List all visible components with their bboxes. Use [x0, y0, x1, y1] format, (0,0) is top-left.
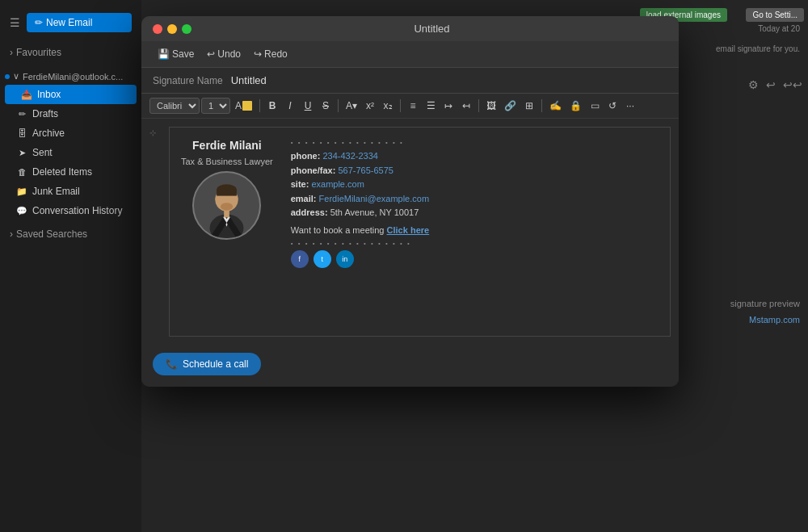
sidebar: ☰ ✏ New Email › Favourites ∨ FerdieMilan… — [0, 0, 141, 532]
saved-searches-header[interactable]: › Saved Searches — [0, 225, 141, 243]
meeting-line: Want to book a meeting Click here — [291, 225, 659, 235]
schedule-call-button[interactable]: 📞 Schedule a call — [153, 353, 261, 375]
fax-link[interactable]: 567-765-6575 — [338, 165, 393, 175]
image-button[interactable]: 🖼 — [483, 98, 499, 113]
svg-rect-5 — [217, 190, 237, 196]
maximize-button[interactable] — [182, 24, 191, 34]
move-handle[interactable]: ⊹ — [149, 127, 161, 337]
outdent-button[interactable]: ↤ — [458, 98, 474, 113]
format-toolbar: Calibri 11 A B I U S A▾ x² x₂ ≡ ☰ ↦ ↤ 🖼 … — [141, 94, 679, 119]
undo-icon: ↩ — [207, 48, 215, 60]
separator-3 — [400, 99, 401, 112]
trash-icon: 🗑 — [16, 167, 27, 177]
signature-left-panel: Ferdie Milani Tax & Business Lawyer — [181, 139, 273, 325]
save-icon: 💾 — [158, 48, 170, 60]
dots-bottom: • • • • • • • • • • • • • • • • • — [291, 240, 659, 247]
separator-4 — [478, 99, 479, 112]
font-color-button[interactable]: A — [232, 98, 255, 113]
top-icons: ⚙ ↩ ↩↩ — [747, 77, 804, 93]
chevron-right-saved-icon: › — [10, 228, 13, 240]
modal-toolbar: 💾 Save ↩ Undo ↪ Redo — [141, 41, 679, 68]
signature-name-row: Signature Name — [141, 68, 679, 94]
address-line: address: 5th Avenue, NY 10017 — [291, 206, 659, 220]
modal-content: ⊹ Ferdie Milani Tax & Business Lawyer — [141, 119, 679, 345]
phone-icon: 📞 — [166, 358, 178, 370]
drafts-icon: ✏ — [16, 109, 27, 119]
sidebar-item-deleted[interactable]: 🗑 Deleted Items — [0, 162, 141, 182]
sidebar-item-conversation[interactable]: 💬 Conversation History — [0, 201, 141, 220]
linkedin-button[interactable]: in — [336, 250, 354, 268]
sidebar-item-archive[interactable]: 🗄 Archive — [0, 124, 141, 143]
chevron-down-icon: ∨ — [13, 71, 19, 82]
account-header[interactable]: ∨ FerdieMilani@outlook.c... — [0, 68, 141, 85]
subscript-button[interactable]: x₂ — [380, 98, 396, 113]
text-box-button[interactable]: ▭ — [587, 98, 603, 113]
link-button[interactable]: 🔗 — [501, 98, 520, 113]
lock-button[interactable]: 🔒 — [566, 98, 585, 113]
font-size-selector[interactable]: 11 — [201, 98, 230, 114]
color-swatch — [242, 101, 252, 111]
facebook-button[interactable]: f — [291, 250, 309, 268]
indent-button[interactable]: ↦ — [440, 98, 457, 113]
signature-button[interactable]: ✍ — [546, 98, 565, 113]
schedule-area: 📞 Schedule a call — [141, 345, 679, 387]
bullet-list-button[interactable]: ≡ — [405, 98, 421, 113]
more-button[interactable]: ··· — [622, 98, 638, 113]
modal-titlebar: Untitled — [141, 16, 679, 41]
new-email-button[interactable]: ✏ New Email — [27, 13, 132, 32]
sig-display-title: Tax & Business Lawyer — [181, 157, 273, 166]
sent-icon: ➤ — [16, 148, 27, 158]
hamburger-icon[interactable]: ☰ — [10, 16, 20, 29]
settings-icon[interactable]: ⚙ — [747, 77, 760, 93]
fax-line: phone/fax: 567-765-6575 — [291, 164, 659, 178]
svg-point-9 — [221, 203, 233, 211]
mystamp-link[interactable]: Mstamp.com — [749, 315, 800, 325]
strikethrough-button[interactable]: S — [318, 98, 334, 113]
conversation-icon: 💬 — [16, 206, 27, 216]
numbered-list-button[interactable]: ☰ — [423, 98, 439, 113]
twitter-button[interactable]: t — [314, 250, 331, 268]
close-button[interactable] — [153, 24, 162, 34]
dots-top: • • • • • • • • • • • • • • • • — [291, 139, 659, 146]
email-link[interactable]: FerdieMilani@example.com — [319, 194, 430, 203]
phone-link[interactable]: 234-432-2334 — [322, 151, 378, 161]
reply-icon[interactable]: ↩ — [764, 77, 777, 93]
signature-preview-label: signature preview — [730, 299, 800, 308]
sidebar-item-junk[interactable]: 📁 Junk Email — [0, 182, 141, 201]
separator-1 — [259, 99, 260, 112]
sidebar-item-drafts[interactable]: ✏ Drafts — [0, 104, 141, 124]
table-button[interactable]: ⊞ — [521, 98, 537, 113]
click-here-link[interactable]: Click here — [387, 225, 430, 235]
redo-icon: ↪ — [254, 48, 262, 60]
favourites-section: › Favourites — [0, 39, 141, 66]
superscript-button[interactable]: x² — [362, 98, 378, 113]
go-settings-button[interactable]: Go to Setti... — [746, 8, 804, 22]
avatar-image — [194, 171, 259, 240]
svg-rect-6 — [225, 210, 230, 218]
compose-icon: ✏ — [35, 17, 43, 28]
bold-button[interactable]: B — [264, 98, 280, 113]
reply-all-icon[interactable]: ↩↩ — [781, 77, 804, 93]
account-dot — [5, 74, 10, 79]
save-button[interactable]: 💾 Save — [153, 46, 199, 62]
chevron-right-icon: › — [10, 47, 13, 58]
favourites-header[interactable]: › Favourites — [0, 44, 141, 61]
highlight-button[interactable]: A▾ — [343, 98, 360, 113]
underline-button[interactable]: U — [300, 98, 316, 113]
sidebar-item-sent[interactable]: ➤ Sent — [0, 143, 141, 162]
signature-right-panel: • • • • • • • • • • • • • • • • phone: 2… — [284, 139, 659, 325]
undo-button[interactable]: ↩ Undo — [202, 46, 246, 62]
signature-card: Ferdie Milani Tax & Business Lawyer — [169, 127, 671, 337]
italic-button[interactable]: I — [282, 98, 298, 113]
account-section: ∨ FerdieMilani@outlook.c... 📥 Inbox ✏ Dr… — [0, 66, 141, 222]
font-selector[interactable]: Calibri — [149, 98, 200, 114]
clear-format-button[interactable]: ↺ — [604, 98, 621, 113]
sidebar-item-inbox[interactable]: 📥 Inbox — [5, 85, 137, 104]
redo-button[interactable]: ↪ Redo — [249, 46, 292, 62]
sig-display-name: Ferdie Milani — [192, 139, 262, 152]
site-link[interactable]: example.com — [311, 179, 364, 189]
sidebar-top: ☰ ✏ New Email — [0, 6, 141, 39]
signature-name-input[interactable] — [231, 74, 667, 86]
separator-2 — [338, 99, 339, 112]
minimize-button[interactable] — [167, 24, 177, 34]
